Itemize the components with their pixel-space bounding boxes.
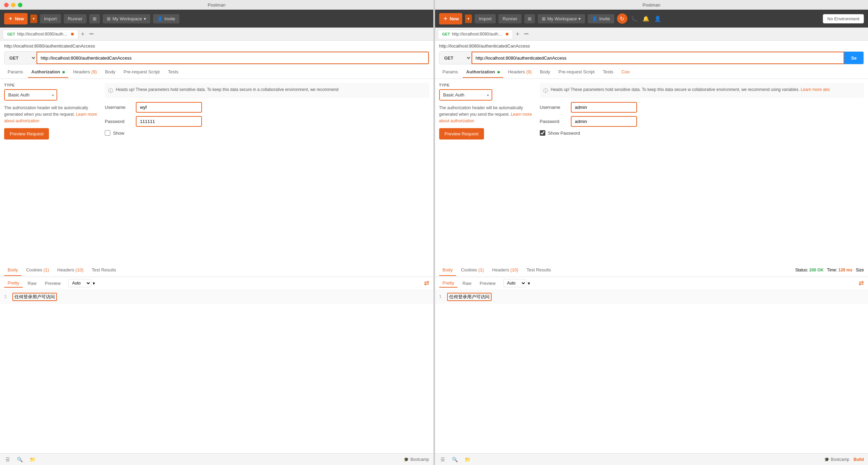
layout-btn-left[interactable]: ⊞ bbox=[89, 14, 100, 23]
sidebar-toggle-right[interactable]: ☰ bbox=[439, 455, 446, 464]
resp-format-bar-left: Pretty Raw Preview Auto JSON XML Text ▾ … bbox=[0, 277, 433, 290]
new-button-left[interactable]: ＋ New bbox=[4, 13, 28, 24]
search-icon-right[interactable]: 🔍 bbox=[451, 455, 459, 464]
url-area-right: http://localhost:8080/authenticatedCanAc… bbox=[435, 41, 868, 66]
no-env-btn-right[interactable]: No Environment bbox=[823, 14, 864, 23]
add-tab-btn-left[interactable]: + bbox=[80, 30, 86, 38]
pretty-btn-right[interactable]: Pretty bbox=[439, 279, 458, 288]
params-tab-right[interactable]: Params bbox=[439, 66, 462, 78]
username-input-right[interactable] bbox=[571, 102, 637, 113]
authorization-tab-left[interactable]: Authorization bbox=[28, 66, 68, 78]
workspace-btn-right[interactable]: ⊞ My Workspace ▾ bbox=[538, 14, 585, 23]
build-badge-right[interactable]: Build bbox=[854, 457, 864, 462]
fmt-select-left[interactable]: Auto JSON XML Text bbox=[68, 279, 91, 287]
maximize-dot[interactable] bbox=[18, 3, 22, 7]
invite-btn-right[interactable]: 👤 Invite bbox=[588, 14, 614, 23]
tests-tab-right[interactable]: Tests bbox=[599, 66, 617, 78]
pretty-btn-left[interactable]: Pretty bbox=[4, 279, 23, 288]
preview-request-btn-right[interactable]: Preview Request bbox=[439, 128, 484, 140]
wrap-btn-left[interactable]: ⇄ bbox=[424, 279, 429, 287]
test-results-resp-tab-left[interactable]: Test Results bbox=[88, 265, 120, 276]
bootcamp-link-right[interactable]: 🎓 Bootcamp bbox=[824, 457, 849, 462]
prerequest-tab-right[interactable]: Pre-request Script bbox=[555, 66, 598, 78]
body-tab-right[interactable]: Body bbox=[536, 66, 554, 78]
tests-tab-left[interactable]: Tests bbox=[164, 66, 182, 78]
runner-btn-right[interactable]: Runner bbox=[498, 14, 522, 23]
fmt-select-right[interactable]: Auto JSON XML Text bbox=[503, 279, 526, 287]
body-resp-tab-right[interactable]: Body bbox=[439, 265, 456, 276]
url-bar-right: GET POST PUT DELETE Se bbox=[439, 51, 864, 64]
headers-tab-right[interactable]: Headers (9) bbox=[505, 66, 535, 78]
show-password-row-left: Show bbox=[105, 130, 429, 136]
prerequest-tab-left[interactable]: Pre-request Script bbox=[120, 66, 163, 78]
bootcamp-link-left[interactable]: 🎓 Bootcamp bbox=[404, 457, 429, 462]
show-password-checkbox-right[interactable] bbox=[540, 130, 545, 136]
raw-btn-left[interactable]: Raw bbox=[24, 279, 40, 287]
cookies-tab-right[interactable]: Coo bbox=[618, 66, 633, 78]
headers-tab-left[interactable]: Headers (9) bbox=[70, 66, 100, 78]
app-title-left: Postman bbox=[208, 2, 225, 8]
warning-box-right: ⓘ Heads up! These parameters hold sensit… bbox=[540, 83, 864, 98]
close-dot[interactable] bbox=[4, 3, 9, 7]
bell-icon-right[interactable]: 🔔 bbox=[641, 14, 651, 23]
show-password-checkbox-left[interactable] bbox=[105, 130, 110, 136]
status-info-right: Status: 200 OK Time: 129 ms Size bbox=[795, 268, 864, 272]
invite-label-left: Invite bbox=[164, 16, 175, 21]
invite-btn-left[interactable]: 👤 Invite bbox=[153, 14, 179, 23]
username-input-left[interactable] bbox=[136, 102, 202, 113]
collection-icon-right[interactable]: 📁 bbox=[463, 455, 472, 464]
preview-request-btn-left[interactable]: Preview Request bbox=[4, 128, 49, 140]
body-resp-tab-left[interactable]: Body bbox=[4, 265, 21, 276]
method-select-left[interactable]: GET POST PUT DELETE bbox=[4, 52, 37, 64]
test-results-resp-tab-right[interactable]: Test Results bbox=[523, 265, 554, 276]
method-select-right[interactable]: GET POST PUT DELETE bbox=[440, 52, 472, 64]
import-btn-left[interactable]: Import bbox=[40, 14, 61, 23]
unsaved-dot-right bbox=[506, 33, 508, 35]
cookies-resp-tab-right[interactable]: Cookies (1) bbox=[457, 265, 487, 276]
new-arrow-btn-left[interactable]: ▾ bbox=[30, 14, 37, 23]
more-tabs-btn-right[interactable]: ••• bbox=[522, 31, 531, 37]
type-select-left[interactable]: Basic Auth Bearer Token No Auth bbox=[5, 90, 57, 100]
headers-resp-tab-right[interactable]: Headers (10) bbox=[489, 265, 522, 276]
request-tab-left[interactable]: GET http://localhost:8080/authentica bbox=[3, 30, 78, 39]
headers-resp-tab-left[interactable]: Headers (10) bbox=[54, 265, 87, 276]
learn-more-vars-right[interactable]: Learn more abo bbox=[801, 87, 830, 92]
show-password-label-right: Show Password bbox=[548, 131, 580, 136]
warning-icon-right: ⓘ bbox=[543, 87, 548, 94]
more-tabs-btn-left[interactable]: ••• bbox=[87, 31, 96, 37]
type-select-right[interactable]: Basic Auth Bearer Token No Auth bbox=[440, 90, 492, 100]
status-value: 200 OK bbox=[809, 268, 824, 272]
raw-btn-right[interactable]: Raw bbox=[459, 279, 475, 287]
import-btn-right[interactable]: Import bbox=[475, 14, 496, 23]
preview-btn-fmt-right[interactable]: Preview bbox=[476, 279, 499, 287]
wrap-btn-right[interactable]: ⇄ bbox=[859, 279, 864, 287]
minimize-dot[interactable] bbox=[11, 3, 16, 7]
send-btn-right[interactable]: Se bbox=[844, 52, 864, 64]
tab-url-left: http://localhost:8080/authentica bbox=[17, 32, 69, 37]
add-tab-btn-right[interactable]: + bbox=[514, 30, 521, 38]
password-input-right[interactable] bbox=[571, 116, 637, 127]
authorization-tab-right[interactable]: Authorization bbox=[463, 66, 503, 78]
runner-btn-left[interactable]: Runner bbox=[64, 14, 87, 23]
new-arrow-btn-right[interactable]: ▾ bbox=[465, 14, 472, 23]
params-tab-left[interactable]: Params bbox=[4, 66, 27, 78]
resp-tabs-right: Body Cookies (1) Headers (10) Test Resul… bbox=[435, 264, 868, 277]
user-icon-right[interactable]: 👤 bbox=[653, 14, 663, 23]
sidebar-toggle-left[interactable]: ☰ bbox=[4, 455, 11, 464]
url-input-right[interactable] bbox=[472, 52, 845, 64]
workspace-btn-left[interactable]: ⊞ My Workspace ▾ bbox=[103, 14, 150, 23]
invite-label-right: Invite bbox=[599, 16, 610, 21]
body-tab-left[interactable]: Body bbox=[102, 66, 119, 78]
search-icon-left[interactable]: 🔍 bbox=[16, 455, 24, 464]
url-input-left[interactable] bbox=[37, 52, 429, 64]
phone-icon-right[interactable]: 📞 bbox=[629, 14, 639, 23]
new-button-right[interactable]: ＋ New bbox=[439, 13, 463, 24]
collection-icon-left[interactable]: 📁 bbox=[28, 455, 37, 464]
sync-btn-right[interactable]: ↻ bbox=[617, 13, 627, 24]
request-tab-right[interactable]: GET http://localhost:8080/authentica bbox=[438, 30, 513, 39]
layout-btn-right[interactable]: ⊞ bbox=[524, 14, 535, 23]
preview-btn-fmt-left[interactable]: Preview bbox=[41, 279, 64, 287]
auth-right-panel-right: ⓘ Heads up! These parameters hold sensit… bbox=[540, 83, 864, 260]
cookies-resp-tab-left[interactable]: Cookies (1) bbox=[23, 265, 52, 276]
password-input-left[interactable] bbox=[136, 116, 202, 127]
